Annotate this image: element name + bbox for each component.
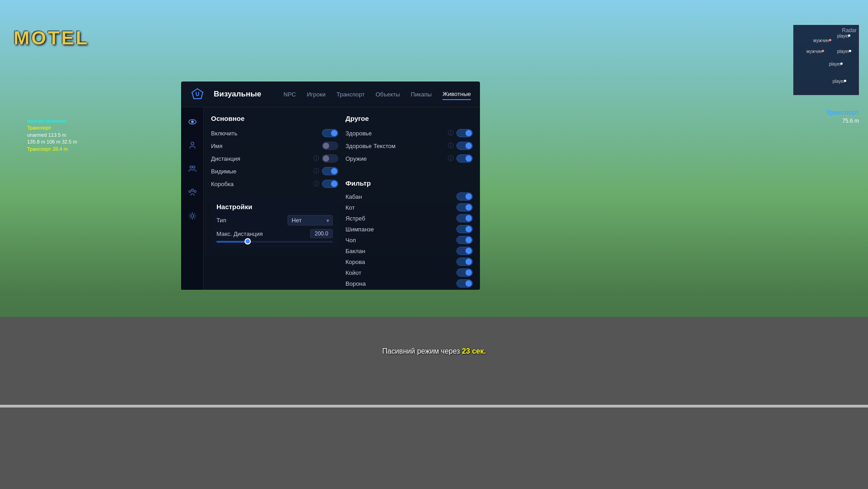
settings-section: Настройки Тип Нет ▼ Макс. Дистанция 200.…	[211, 197, 338, 248]
basic-section-title: Основное	[211, 115, 338, 122]
toggle-thumb	[331, 168, 337, 174]
content-area: Основное Включить Имя	[204, 107, 480, 290]
other-section-title: Другое	[345, 115, 473, 122]
toggle-name[interactable]	[322, 142, 338, 150]
max-dist-slider[interactable]	[216, 241, 333, 243]
toggle-label-weapon: Оружие	[345, 155, 367, 162]
filter-row-hawk: Ястреб	[345, 213, 473, 223]
type-dropdown-wrapper: Нет ▼	[288, 215, 333, 225]
sidebar-icon-person[interactable]	[185, 138, 200, 153]
toggle-thumb	[465, 193, 472, 200]
toggle-distance[interactable]	[322, 154, 338, 163]
team-icon	[188, 188, 197, 197]
toggle-thumb	[465, 248, 472, 254]
toggle-row-health: Здоровье ⓘ	[345, 127, 473, 139]
info-icon-health[interactable]: ⓘ	[448, 129, 454, 137]
road	[0, 317, 868, 489]
other-section: Другое Здоровье ⓘ Здоровье Текстом	[345, 115, 473, 165]
toggle-thumb	[465, 155, 472, 162]
toggle-label-box: Коробка	[211, 181, 234, 187]
nav-item-players[interactable]: Игроки	[307, 89, 326, 100]
toggle-thumb	[465, 143, 472, 149]
filter-label-cow: Корова	[345, 259, 365, 265]
toggle-thumb	[465, 226, 472, 232]
sidebar-icon-settings[interactable]	[185, 209, 200, 223]
info-icon-distance[interactable]: ⓘ	[313, 154, 319, 163]
toggle-weapon[interactable]	[456, 154, 473, 163]
toggle-box[interactable]	[322, 180, 338, 188]
filter-label-chimp: Шимпанзе	[345, 226, 374, 233]
menu-body: Основное Включить Имя	[181, 107, 480, 290]
toggle-thumb	[465, 204, 472, 211]
filter-row-boar: Кабан	[345, 192, 473, 201]
sidebar-icons	[181, 107, 204, 290]
road-line	[0, 405, 868, 408]
info-icon-health-text[interactable]: ⓘ	[448, 142, 454, 150]
nav-item-animals[interactable]: Животные	[442, 89, 471, 100]
slider-thumb[interactable]	[245, 238, 251, 244]
right-column: Другое Здоровье ⓘ Здоровье Текстом	[345, 115, 473, 283]
svg-point-6	[192, 166, 195, 168]
toggle-coyote[interactable]	[456, 268, 473, 277]
toggle-boar[interactable]	[456, 192, 473, 201]
toggle-thumb	[465, 280, 472, 287]
filter-label-hawk: Ястреб	[345, 215, 365, 222]
nav-item-pickups[interactable]: Пикапы	[411, 89, 432, 100]
toggle-row-weapon: Оружие ⓘ	[345, 152, 473, 165]
svg-point-3	[191, 120, 194, 123]
toggle-thumb	[465, 215, 472, 221]
max-dist-label: Макс. Дистанция	[216, 230, 263, 237]
toggle-row-name: Имя	[211, 139, 338, 152]
filter-row-coyote: Койот	[345, 268, 473, 278]
menu-panel: U Визуальные NPC Игроки Транспорт Объект…	[181, 82, 480, 290]
toggle-health[interactable]	[456, 129, 473, 137]
filter-section-title: Фильтр	[345, 179, 473, 187]
sidebar-icon-team[interactable]	[185, 185, 200, 200]
info-icon-weapon[interactable]: ⓘ	[448, 154, 454, 163]
toggle-row-enable: Включить	[211, 127, 338, 139]
sidebar-icon-group[interactable]	[185, 162, 200, 176]
svg-point-10	[191, 215, 194, 217]
filter-section: Фильтр Кабан Кот	[345, 179, 473, 288]
toggle-row-visible: Видимые ⓘ	[211, 165, 338, 177]
toggle-crow[interactable]	[456, 279, 473, 288]
filter-label-cat: Кот	[345, 204, 355, 211]
toggle-health-text[interactable]	[456, 142, 473, 150]
filter-label-boar: Кабан	[345, 193, 362, 200]
toggle-thumb	[465, 237, 472, 243]
svg-point-4	[191, 142, 194, 145]
toggle-label-health-text: Здоровье Текстом	[345, 143, 395, 149]
type-select[interactable]: Нет	[288, 215, 333, 225]
sidebar-icon-eye[interactable]	[185, 115, 200, 129]
info-icon-box[interactable]: ⓘ	[313, 180, 319, 188]
toggle-cat[interactable]	[456, 203, 473, 211]
group-icon	[188, 165, 197, 173]
toggle-thumb	[331, 130, 337, 136]
toggle-cormorant[interactable]	[456, 247, 473, 255]
toggle-thumb	[323, 155, 329, 162]
toggle-row-health-text: Здоровье Текстом ⓘ	[345, 139, 473, 152]
menu-header: U Визуальные NPC Игроки Транспорт Объект…	[181, 82, 480, 107]
slider-fill	[216, 241, 248, 243]
toggle-chop[interactable]	[456, 236, 473, 244]
toggle-thumb	[465, 130, 472, 136]
slider-track	[216, 241, 333, 243]
left-column: Основное Включить Имя	[211, 115, 338, 283]
toggle-enable[interactable]	[322, 129, 338, 137]
menu-title: Визуальные	[214, 90, 261, 99]
nav-item-transport[interactable]: Транспорт	[336, 89, 365, 100]
logo-icon: U	[191, 88, 204, 101]
toggle-hawk[interactable]	[456, 214, 473, 222]
toggle-chimp[interactable]	[456, 225, 473, 233]
toggle-cow[interactable]	[456, 258, 473, 266]
filter-label-coyote: Койот	[345, 269, 361, 276]
toggle-label-health: Здоровье	[345, 130, 372, 137]
basic-section: Основное Включить Имя	[211, 115, 338, 190]
filter-row-cat: Кот	[345, 202, 473, 212]
nav-item-npc[interactable]: NPC	[283, 89, 296, 100]
filter-row-cormorant: Баклан	[345, 246, 473, 256]
toggle-visible[interactable]	[322, 167, 338, 175]
toggle-thumb	[465, 269, 472, 276]
info-icon-visible[interactable]: ⓘ	[313, 167, 319, 175]
nav-item-objects[interactable]: Объекты	[375, 89, 400, 100]
